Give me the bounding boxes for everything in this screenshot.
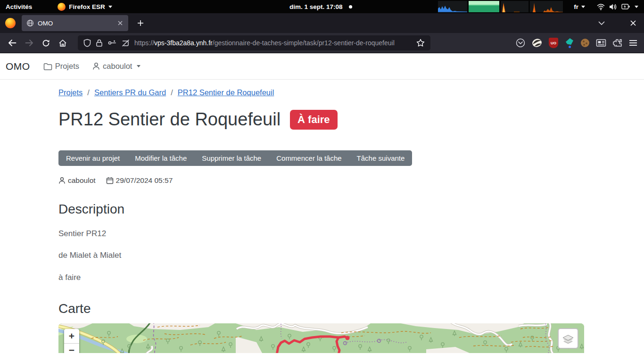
main-container: Projets / Sentiers PR du Gard / PR12 Sen… [58, 88, 584, 353]
toolbar-extensions: UO [516, 38, 644, 48]
browser-tab[interactable]: OMO [22, 15, 128, 31]
battery-charging-icon [621, 3, 630, 10]
breadcrumb-project[interactable]: Sentiers PR du Gard [94, 88, 166, 97]
notification-dot [349, 5, 352, 8]
tab-close-button[interactable] [116, 19, 124, 27]
tabbar-right [598, 20, 644, 26]
network-graph-icon [530, 1, 563, 12]
memory-graph-icon [469, 1, 499, 12]
user-menu[interactable]: caboulot [92, 62, 140, 71]
clock-menu[interactable]: dim. 1 sept. 17:08 [289, 0, 352, 13]
app-menu-label: Firefox ESR [69, 3, 105, 10]
nav-projects-link[interactable]: Projets [43, 62, 79, 71]
topbar-right: fr [438, 1, 644, 12]
zoom-in-button[interactable]: + [64, 329, 79, 343]
status-badge: À faire [290, 110, 337, 130]
firefox-icon [58, 3, 66, 11]
gnome-top-bar: Activités Firefox ESR dim. 1 sept. 17:08 [0, 0, 644, 13]
back-button[interactable] [4, 39, 21, 47]
screen: Activités Firefox ESR dim. 1 sept. 17:08 [0, 0, 644, 362]
url-host: vps-3fba2a8a.ynh.fr [154, 39, 213, 47]
map-layers-control[interactable] [558, 328, 578, 349]
hamburger-menu-icon[interactable] [629, 40, 637, 46]
next-task-button[interactable]: Tâche suivante [349, 150, 413, 166]
map-heading: Carte [58, 301, 584, 316]
calendar-icon [106, 177, 114, 184]
site-navbar: OMO Projets caboulot [0, 53, 644, 80]
cookie-extension-icon[interactable] [581, 39, 589, 47]
chevron-down-icon [581, 6, 585, 8]
app-menu[interactable]: Firefox ESR [58, 3, 112, 11]
globe-icon [26, 19, 34, 27]
user-menu-label: caboulot [103, 62, 132, 71]
tracking-protection-shield-icon[interactable] [83, 39, 91, 47]
back-to-project-button[interactable]: Revenir au projet [58, 150, 127, 166]
person-icon [58, 177, 66, 184]
nav-projects-label: Projets [55, 62, 79, 71]
author-meta: caboulot [58, 176, 96, 185]
url-text: https://vps-3fba2a8a.ynh.fr/gestionnaire… [134, 39, 412, 47]
wifi-icon [597, 3, 605, 10]
list-all-tabs-button[interactable] [598, 21, 605, 25]
title-row: PR12 Sentier de Roquefeuil À faire [58, 109, 584, 130]
clock-label: dim. 1 sept. 17:08 [289, 3, 343, 10]
breadcrumb-task[interactable]: PR12 Sentier de Roquefeuil [178, 88, 274, 97]
edit-task-button[interactable]: Modifier la tâche [127, 150, 194, 166]
description-paragraph: Sentier PR12 [58, 229, 584, 239]
page-content: OMO Projets caboulot Projets / Sentiers … [0, 53, 644, 353]
start-task-button[interactable]: Commencer la tâche [269, 150, 349, 166]
keyboard-layout-label: fr [574, 3, 578, 10]
firefox-logo-icon [5, 18, 16, 28]
blocked-autoplay-icon[interactable] [121, 39, 130, 47]
date-label: 29/07/2024 05:57 [116, 176, 173, 185]
map-zoom-control: + − [64, 329, 79, 353]
task-actions: Revenir au projet Modifier la tâche Supp… [58, 150, 412, 166]
delete-task-button[interactable]: Supprimer la tâche [194, 150, 269, 166]
forward-button[interactable] [21, 39, 38, 47]
breadcrumb: Projets / Sentiers PR du Gard / PR12 Sen… [58, 88, 584, 97]
new-tab-button[interactable] [135, 17, 146, 29]
person-icon [92, 62, 100, 70]
home-button[interactable] [54, 39, 71, 47]
permissions-toggle-icon[interactable] [107, 40, 116, 46]
layers-icon [562, 332, 574, 345]
activities-button[interactable]: Activités [6, 3, 32, 10]
reload-button[interactable] [38, 39, 54, 47]
chevron-down-icon [137, 65, 140, 67]
task-meta: caboulot 29/07/2024 05:57 [58, 176, 584, 185]
zoom-out-button[interactable]: − [64, 343, 79, 353]
disk-graph-icon [501, 1, 528, 12]
breadcrumb-separator: / [87, 88, 90, 97]
description-heading: Description [58, 202, 584, 217]
browser-nav-toolbar: https://vps-3fba2a8a.ynh.fr/gestionnaire… [0, 33, 644, 53]
extension-icon[interactable] [565, 38, 574, 48]
leaflet-map[interactable]: + − [58, 323, 584, 353]
system-status-menu[interactable] [597, 3, 638, 10]
privacy-badger-icon[interactable] [532, 38, 542, 48]
system-monitor-applet[interactable] [438, 1, 563, 12]
site-brand[interactable]: OMO [6, 61, 30, 72]
cpu-graph-icon [438, 1, 467, 12]
tab-title: OMO [38, 20, 53, 27]
breadcrumb-separator: / [171, 88, 173, 97]
description-paragraph: à faire [58, 272, 584, 282]
keyboard-layout-menu[interactable]: fr [574, 3, 585, 10]
bookmark-star-icon[interactable] [416, 39, 425, 47]
extensions-puzzle-icon[interactable] [613, 38, 622, 48]
chevron-down-icon [108, 6, 112, 8]
window-close-button[interactable] [630, 20, 636, 26]
pocket-icon[interactable] [516, 38, 525, 48]
page-title: PR12 Sentier de Roquefeuil [58, 109, 281, 130]
description-paragraph: de Mialet à Mialet [58, 250, 584, 260]
folder-icon [43, 63, 52, 70]
url-bar[interactable]: https://vps-3fba2a8a.ynh.fr/gestionnaire… [78, 35, 430, 50]
url-protocol: https:// [134, 39, 154, 47]
volume-icon [609, 3, 617, 10]
ublock-origin-icon[interactable]: UO [549, 38, 558, 48]
reader-card-icon[interactable] [596, 39, 606, 47]
chevron-down-icon [635, 6, 638, 8]
breadcrumb-projets[interactable]: Projets [58, 88, 83, 97]
lock-icon[interactable] [96, 39, 103, 47]
browser-tab-bar: OMO [0, 13, 644, 33]
url-path: /gestionnaire-de-taches-simple/task/pr12… [213, 39, 395, 47]
